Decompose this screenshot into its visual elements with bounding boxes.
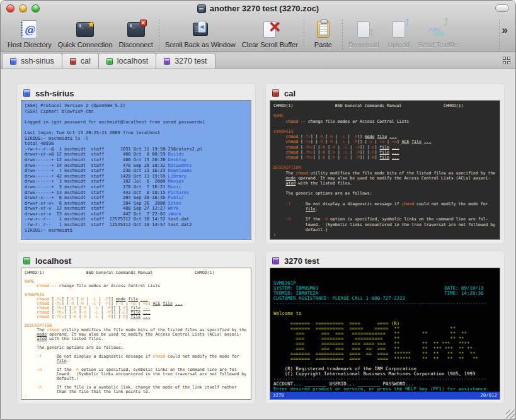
window-title: another 3270 test (3270.zoc) <box>210 4 319 13</box>
session-color-icon <box>10 58 16 65</box>
pane-title: localhost <box>35 256 71 266</box>
traffic-lights <box>6 4 40 13</box>
status-right: 20/012 <box>480 393 497 398</box>
address-book-icon: @ <box>21 20 37 38</box>
terminal-localhost[interactable]: CHMOD(1) BSD General Commands Manual CHM… <box>21 268 251 400</box>
close-button[interactable] <box>6 4 14 13</box>
scroll-back-as-window-button[interactable]: ◀ Scroll Back as Window <box>162 18 239 49</box>
quick-connection-button[interactable]: ★ Quick Connection <box>55 18 116 49</box>
terminal-star-icon: ★ <box>76 22 94 37</box>
host-directory-button[interactable]: @ Host Directory <box>4 18 55 49</box>
document-icon <box>197 4 206 13</box>
tab-bar: ssh-sirius cal localhost 3270 test <box>1 52 515 69</box>
clear-scroll-buffer-button[interactable]: ✕ Clear Scroll Buffer <box>239 18 301 49</box>
toolbar-separator <box>304 20 304 50</box>
session-pane-3270-test[interactable]: 3270 test SVM0201PSYSTEM: IBM0SM03 DATE:… <box>265 251 505 404</box>
pane-title: ssh-sirius <box>35 89 74 98</box>
title-bar[interactable]: another 3270 test (3270.zoc) <box>1 1 515 16</box>
window-chrome: another 3270 test (3270.zoc) @ Host Dire… <box>1 1 515 52</box>
app-window: another 3270 test (3270.zoc) @ Host Dire… <box>0 0 516 420</box>
download-icon: ⤴ <box>357 21 370 38</box>
disconnect-button[interactable]: ✕ Disconnect <box>116 18 156 49</box>
download-button: ⤴ Download <box>345 18 382 49</box>
toolbar-toggle-button[interactable] <box>495 4 509 12</box>
toolbar-overflow-button[interactable]: » <box>502 24 508 37</box>
paste-button[interactable]: Paste <box>307 18 340 49</box>
terminal-3270-test[interactable]: SVM0201PSYSTEM: IBM0SM03 DATE: 09/10/13T… <box>270 268 500 400</box>
tab-cal[interactable]: cal <box>62 53 99 69</box>
session-pane-cal[interactable]: cal CHMOD(1) BSD General Commands Manual… <box>265 83 505 244</box>
sessions-grid: ssh-sirius [SSH] Protocol Version 2 (Ope… <box>1 69 515 420</box>
scrollback-window-icon: ◀ <box>193 23 208 36</box>
tile-view-button[interactable] <box>503 57 510 64</box>
pane-title: cal <box>284 89 295 98</box>
session-color-icon <box>106 58 113 65</box>
tab-ssh-sirius[interactable]: ssh-sirius <box>2 53 62 69</box>
window-resize-grip[interactable] <box>506 410 515 419</box>
status-left: 3270 <box>273 393 284 398</box>
upload-button: ⤴ Upload <box>382 18 415 49</box>
session-color-icon <box>23 89 30 97</box>
session-color-icon <box>23 257 30 264</box>
send-textfile-button: ABCDEF⤴ Send Textfile <box>415 18 461 49</box>
toolbar: @ Host Directory ★ Quick Connection ✕ Di… <box>1 16 515 52</box>
session-color-icon <box>272 89 279 97</box>
toolbar-separator <box>159 20 159 50</box>
terminal-x-icon: ✕ <box>127 22 145 37</box>
session-color-icon <box>272 257 279 264</box>
toolbar-separator <box>342 20 343 50</box>
tab-localhost[interactable]: localhost <box>98 53 156 69</box>
zoom-button[interactable] <box>32 4 40 13</box>
terminal-ssh-sirius[interactable]: [SSH] Protocol Version 2 (OpenSSH_5.2)[S… <box>21 100 251 240</box>
session-color-icon <box>164 58 170 65</box>
session-pane-localhost[interactable]: localhost CHMOD(1) BSD General Commands … <box>16 251 256 404</box>
terminal-cal[interactable]: CHMOD(1) BSD General Commands Manual CHM… <box>270 100 500 240</box>
send-textfile-icon: ABCDEF⤴ <box>428 21 447 38</box>
tab-3270-test[interactable]: 3270 test <box>156 53 215 69</box>
session-pane-ssh-sirius[interactable]: ssh-sirius [SSH] Protocol Version 2 (Ope… <box>16 83 256 244</box>
minimize-button[interactable] <box>19 4 27 13</box>
toolbar-separator <box>499 20 500 50</box>
upload-icon: ⤴ <box>393 21 405 38</box>
clipboard-icon <box>317 21 330 38</box>
terminal-status-bar: 3270 20/012 <box>270 392 500 399</box>
session-color-icon <box>70 58 76 65</box>
pane-title: 3270 test <box>284 256 319 266</box>
